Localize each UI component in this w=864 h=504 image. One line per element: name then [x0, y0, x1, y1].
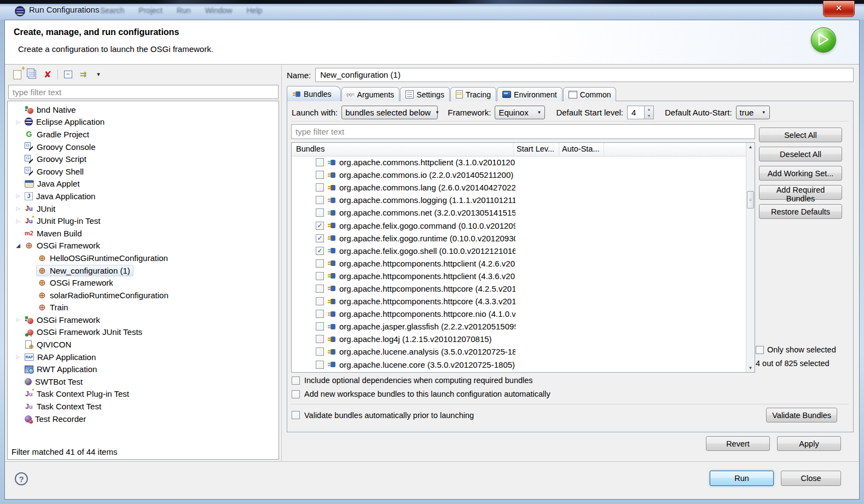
validate-checkbox[interactable]: [292, 411, 300, 419]
bundle-row[interactable]: ✓org.apache.felix.gogo.command (0.10.0.v…: [292, 219, 746, 231]
bundle-checkbox[interactable]: [316, 335, 324, 343]
expand-collapsed-icon[interactable]: ▷: [13, 317, 23, 322]
tree-item-rwt-application[interactable]: RWT Application: [8, 363, 279, 375]
toolbar-menu-button[interactable]: ▼: [93, 69, 104, 80]
delete-configuration-button[interactable]: ✘: [42, 69, 53, 80]
bundle-row[interactable]: org.apache.httpcomponents.httpcore.nio (…: [292, 308, 746, 320]
tree-item-train[interactable]: ⊕Train: [8, 302, 279, 314]
window-close-button[interactable]: ✕: [823, 1, 855, 17]
tab-settings[interactable]: Settings: [400, 87, 450, 101]
new-configuration-button[interactable]: [11, 69, 22, 80]
revert-button[interactable]: Revert: [706, 436, 770, 451]
bundle-checkbox[interactable]: ✓: [316, 234, 324, 242]
collapse-all-button[interactable]: −: [62, 69, 73, 80]
bundle-checkbox[interactable]: [316, 310, 324, 318]
tab-arguments[interactable]: (x)=Arguments: [341, 87, 400, 101]
bundle-row[interactable]: org.apache.httpcomponents.httpclient (4.…: [292, 257, 746, 270]
tree-item-swtbot-test[interactable]: SWTBot Test: [8, 375, 279, 388]
tab-common[interactable]: Common: [563, 87, 617, 101]
tree-item-osgi-framework[interactable]: ⊕OSGi Framework: [8, 276, 279, 289]
tree-item-test-recorder[interactable]: Test Recorder: [8, 413, 279, 425]
bundle-row[interactable]: org.apache.commons.httpclient (3.1.0.v20…: [292, 156, 746, 169]
tree-item-osgi-framework[interactable]: ◢⊕OSGi Framework: [8, 240, 279, 252]
bundle-row[interactable]: ✓org.apache.felix.gogo.runtime (0.10.0.v…: [292, 232, 746, 245]
bundle-checkbox[interactable]: [316, 259, 324, 268]
column-header-auto-start[interactable]: Auto-Sta...: [559, 143, 604, 156]
run-button[interactable]: Run: [710, 471, 774, 486]
spinner-down-icon[interactable]: ▼: [645, 113, 653, 119]
bundle-row[interactable]: org.apache.commons.io (2.2.0.v2014052112…: [292, 169, 746, 181]
bundle-row[interactable]: ✓org.apache.felix.gogo.shell (0.10.0.v20…: [292, 245, 746, 257]
add-new-workspace-bundles-to-checkbox[interactable]: [292, 390, 300, 398]
bundle-row[interactable]: org.apache.httpcomponents.httpclient (4.…: [292, 270, 746, 282]
scroll-up-icon[interactable]: ▲: [746, 143, 755, 151]
bundle-row[interactable]: org.apache.httpcomponents.httpcore (4.2.…: [292, 282, 746, 295]
validate-bundles-button[interactable]: Validate Bundles: [766, 408, 837, 422]
bundle-checkbox[interactable]: [316, 297, 324, 305]
scrollbar-thumb[interactable]: ≡: [747, 191, 754, 208]
panel-splitter[interactable]: [281, 64, 282, 462]
only-show-selected-checkbox[interactable]: [756, 346, 764, 354]
tab-environment[interactable]: Environment: [497, 87, 563, 101]
tree-item-maven-build[interactable]: m2Maven Build: [8, 227, 279, 240]
bundle-checkbox[interactable]: [316, 208, 324, 217]
bundle-row[interactable]: org.apache.commons.net (3.2.0.v201305141…: [292, 206, 746, 219]
tree-item-groovy-shell[interactable]: Groovy Shell: [8, 165, 279, 178]
bundle-checkbox[interactable]: [316, 183, 324, 192]
spinner-up-icon[interactable]: ▲: [645, 106, 653, 113]
add-required-bundles-button[interactable]: Add Required Bundles: [759, 185, 842, 200]
name-input[interactable]: New_configuration (1): [315, 68, 854, 82]
expand-collapsed-icon[interactable]: ▷: [13, 354, 23, 360]
bundle-row[interactable]: org.apache.lucene.core (3.5.0.v20120725-…: [292, 358, 746, 371]
tree-item-helloosgiruntimeconfiguration[interactable]: ⊕HelloOSGiRuntimeConfiguration: [8, 252, 279, 264]
column-header-start-level[interactable]: Start Lev...: [514, 143, 559, 156]
tree-item-junit[interactable]: ▷JuJUnit: [8, 202, 279, 215]
tree-item-solarradioruntimeconfiguration[interactable]: ⊕solarRadioRuntimeConfiguration: [8, 289, 279, 302]
tree-item-groovy-console[interactable]: Groovy Console: [8, 141, 279, 153]
expand-collapsed-icon[interactable]: ▷: [13, 206, 23, 211]
select-all-button[interactable]: Select All: [759, 128, 842, 142]
bundle-row[interactable]: org.apache.lucene.analysis (3.5.0.v20120…: [292, 345, 746, 358]
add-working-set-button[interactable]: Add Working Set...: [759, 166, 842, 181]
launch-with-select[interactable]: bundles selected below ▼: [341, 106, 438, 119]
expand-expanded-icon[interactable]: ◢: [13, 242, 23, 248]
tree-item-bnd-native[interactable]: bnd Native: [8, 103, 279, 116]
bundles-filter-input[interactable]: type filter text: [291, 124, 755, 139]
tab-bundles[interactable]: Bundles: [287, 86, 341, 101]
close-button[interactable]: Close: [781, 471, 841, 486]
bundle-checkbox[interactable]: [316, 285, 324, 293]
bundle-checkbox[interactable]: [316, 158, 324, 166]
bundle-checkbox[interactable]: [316, 361, 324, 369]
bundle-row[interactable]: org.apache.commons.lang (2.6.0.v20140427…: [292, 181, 746, 194]
tree-item-gradle-project[interactable]: GGradle Project: [8, 128, 279, 141]
start-level-input[interactable]: 4: [627, 106, 645, 119]
start-level-spinner[interactable]: ▲▼: [645, 106, 654, 119]
tree-item-osgi-framework[interactable]: ▷OSGi Framework: [8, 314, 279, 326]
tree-item-junit-plug-in-test[interactable]: ▷JuJUnit Plug-in Test: [8, 215, 279, 227]
auto-start-select[interactable]: true ▼: [736, 106, 770, 119]
duplicate-configuration-button[interactable]: [27, 69, 38, 80]
bundle-checkbox[interactable]: [316, 322, 324, 331]
vertical-scrollbar[interactable]: ▲ ≡ ▼: [746, 143, 755, 372]
tree-item-eclipse-application[interactable]: ▷Eclipse Application: [8, 116, 279, 129]
bundle-checkbox[interactable]: [316, 347, 324, 356]
restore-defaults-button[interactable]: Restore Defaults: [759, 204, 842, 219]
tree-item-task-context-test[interactable]: JuTask Context Test: [8, 400, 279, 413]
expand-collapsed-icon[interactable]: ▷: [13, 119, 23, 125]
apply-button[interactable]: Apply: [777, 436, 841, 451]
tree-item-java-applet[interactable]: Java Applet: [8, 178, 279, 190]
help-button[interactable]: ?: [15, 472, 28, 485]
bundle-checkbox[interactable]: ✓: [316, 222, 324, 230]
bundle-checkbox[interactable]: [316, 272, 324, 280]
framework-select[interactable]: Equinox ▼: [495, 106, 545, 119]
deselect-all-button[interactable]: Deselect All: [759, 147, 842, 161]
bundle-row[interactable]: org.apache.commons.logging (1.1.1.v20110…: [292, 194, 746, 206]
tree-item-osgi-framework-junit-tests[interactable]: OSGi Framework JUnit Tests: [8, 326, 279, 339]
bundle-row[interactable]: org.apache.log4j (1.2.15.v201012070815): [292, 333, 746, 345]
scroll-down-icon[interactable]: ▼: [746, 364, 755, 372]
bundle-checkbox[interactable]: ✓: [316, 247, 324, 255]
tree-item-new-configuration-1[interactable]: ⊕New_configuration (1): [8, 264, 279, 277]
tree-item-rap-application[interactable]: ▷RAPRAP Application: [8, 351, 279, 363]
tree-item-groovy-script[interactable]: Groovy Script: [8, 153, 279, 165]
column-header-bundles[interactable]: Bundles: [292, 143, 514, 156]
